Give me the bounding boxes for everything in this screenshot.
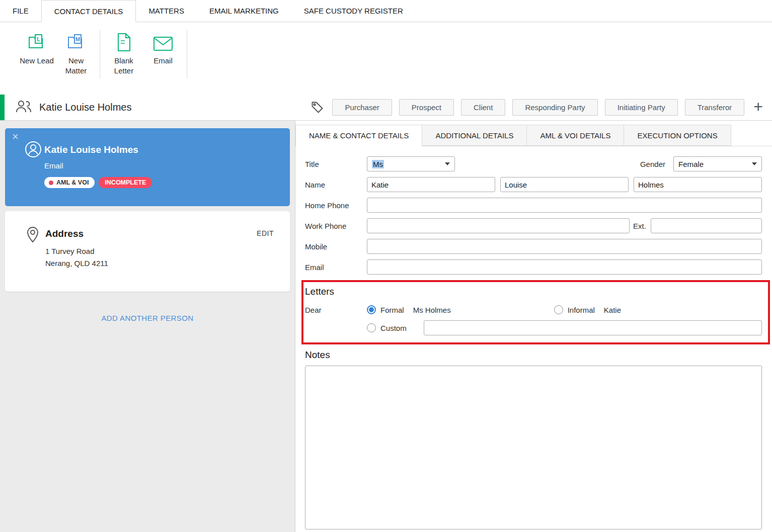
custom-radio[interactable] [367, 323, 376, 332]
formal-salutation-value: Ms Holmes [413, 306, 554, 314]
aml-voi-badge[interactable]: AML & VOI [44, 177, 95, 188]
person-avatar-icon [24, 140, 42, 160]
tab-email-marketing[interactable]: EMAIL MARKETING [197, 0, 291, 22]
tab-matters[interactable]: MATTERS [136, 0, 197, 22]
email-field[interactable] [367, 259, 762, 275]
notes-textarea[interactable] [305, 366, 762, 529]
add-another-person-link[interactable]: ADD ANOTHER PERSON [5, 314, 290, 322]
role-button-purchaser[interactable]: Purchaser [332, 99, 392, 116]
menu-tab-bar: FILE CONTACT DETAILS MATTERS EMAIL MARKE… [0, 0, 772, 22]
chevron-down-icon [445, 162, 450, 165]
work-phone-field[interactable] [367, 218, 630, 233]
letters-section-annotation-box: Letters Dear Formal Ms Holmes Informal K… [301, 280, 770, 344]
tab-execution-options[interactable]: EXECUTION OPTIONS [624, 125, 731, 146]
new-lead-folder-icon: L [27, 30, 47, 52]
chevron-down-icon [752, 162, 757, 165]
contact-title-name: Katie Louise Holmes [39, 102, 131, 113]
new-matter-folder-icon: M [66, 30, 86, 52]
formal-radio[interactable] [367, 305, 376, 314]
first-name-field[interactable] [367, 177, 495, 192]
title-value: Ms [372, 160, 384, 168]
informal-salutation-value: Katie [604, 306, 621, 314]
gender-dropdown[interactable]: Female [673, 156, 762, 171]
role-button-client[interactable]: Client [461, 99, 505, 116]
salutation-row-1: Formal Ms Holmes Informal Katie [367, 302, 762, 317]
email-envelope-icon [152, 30, 174, 52]
email-label: Email [145, 56, 181, 66]
new-matter-label: New Matter [58, 56, 94, 76]
person-card-email-label: Email [44, 161, 290, 170]
tab-file[interactable]: FILE [0, 0, 41, 22]
role-button-initiating-party[interactable]: Initiating Party [605, 99, 678, 116]
contact-detail-panel: NAME & CONTACT DETAILS ADDITIONAL DETAIL… [295, 121, 772, 532]
ribbon-toolbar: L New Lead M New Matter Blank Letter [0, 22, 772, 95]
home-phone-row: Home Phone [305, 198, 762, 213]
last-name-field[interactable] [634, 177, 762, 192]
dear-label: Dear [305, 302, 367, 314]
name-label: Name [305, 181, 367, 189]
new-lead-label: New Lead [19, 56, 54, 66]
tab-additional-details[interactable]: ADDITIONAL DETAILS [422, 125, 527, 146]
mobile-row: Mobile [305, 239, 762, 254]
informal-radio-label: Informal [568, 306, 595, 314]
middle-name-field[interactable] [500, 177, 629, 192]
title-label: Title [305, 160, 367, 168]
letters-heading: Letters [305, 286, 762, 297]
blank-letter-button[interactable]: Blank Letter [104, 30, 143, 76]
tag-icon[interactable] [311, 101, 324, 114]
tab-name-contact-details[interactable]: NAME & CONTACT DETAILS [295, 125, 422, 146]
svg-text:L: L [37, 36, 40, 42]
home-phone-label: Home Phone [305, 201, 367, 210]
address-card: Address EDIT 1 Turvey Road Nerang, QLD 4… [5, 211, 290, 292]
address-line-2: Nerang, QLD 4211 [45, 259, 280, 268]
gender-value: Female [678, 160, 704, 168]
ribbon-separator [100, 30, 100, 78]
ext-label: Ext. [633, 222, 646, 230]
contact-form: Title Ms Gender Female Name [295, 146, 772, 531]
role-button-transferor[interactable]: Transferor [685, 99, 745, 116]
add-role-plus-icon[interactable]: + [753, 99, 763, 115]
address-line-1: 1 Turvey Road [45, 247, 280, 255]
home-phone-field[interactable] [367, 198, 762, 213]
contact-header: Katie Louise Holmes Purchaser Prospect C… [0, 95, 772, 121]
main-area: × Katie Louise Holmes Email AML & VOI IN… [0, 121, 772, 532]
contact-sidebar: × Katie Louise Holmes Email AML & VOI IN… [0, 121, 295, 532]
informal-radio[interactable] [554, 305, 563, 314]
role-button-prospect[interactable]: Prospect [399, 99, 454, 116]
detail-tab-bar: NAME & CONTACT DETAILS ADDITIONAL DETAIL… [295, 125, 772, 146]
email-label: Email [305, 263, 367, 272]
ribbon-separator [187, 30, 187, 78]
title-row: Title Ms Gender Female [305, 156, 762, 171]
tab-contact-details[interactable]: CONTACT DETAILS [41, 0, 136, 22]
accent-green-bar [0, 95, 5, 120]
blank-letter-document-icon [115, 30, 132, 52]
custom-salutation-field[interactable] [424, 320, 762, 335]
tab-aml-voi-details[interactable]: AML & VOI DETAILS [527, 125, 624, 146]
people-icon [15, 100, 32, 115]
new-lead-button[interactable]: L New Lead [17, 30, 56, 66]
mobile-field[interactable] [367, 239, 762, 254]
address-edit-link[interactable]: EDIT [257, 229, 274, 237]
work-phone-row: Work Phone Ext. [305, 218, 762, 233]
name-row: Name [305, 177, 762, 192]
svg-text:M: M [75, 36, 80, 42]
new-matter-button[interactable]: M New Matter [56, 30, 96, 76]
salutation-row-2: Custom [367, 320, 762, 335]
work-phone-ext-field[interactable] [651, 218, 762, 233]
person-card[interactable]: × Katie Louise Holmes Email AML & VOI IN… [5, 128, 290, 206]
formal-radio-label: Formal [380, 306, 404, 314]
mobile-label: Mobile [305, 242, 367, 251]
tab-safe-custody-register[interactable]: SAFE CUSTODY REGISTER [291, 0, 416, 22]
work-phone-label: Work Phone [305, 222, 367, 230]
incomplete-badge[interactable]: INCOMPLETE [99, 177, 152, 188]
title-dropdown[interactable]: Ms [367, 156, 455, 171]
role-button-responding-party[interactable]: Responding Party [512, 99, 597, 116]
aml-voi-badge-label: AML & VOI [56, 179, 89, 186]
notes-heading: Notes [305, 349, 762, 361]
location-pin-icon [26, 226, 39, 245]
custom-radio-label: Custom [380, 324, 420, 332]
close-icon[interactable]: × [12, 130, 19, 143]
email-button[interactable]: Email [143, 30, 183, 66]
address-card-title: Address [45, 228, 280, 239]
dear-row: Dear Formal Ms Holmes Informal Katie [305, 302, 762, 335]
